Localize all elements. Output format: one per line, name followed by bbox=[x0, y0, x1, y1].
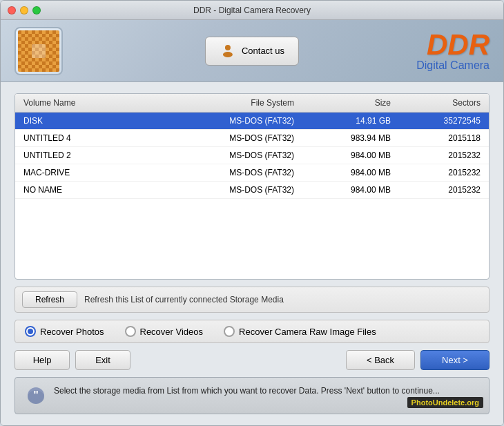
cell-sectors: 35272545 bbox=[394, 115, 483, 127]
cell-sectors: 2015232 bbox=[394, 184, 483, 196]
cell-filesystem: MS-DOS (FAT32) bbox=[145, 115, 297, 127]
app-window: DDR - Digital Camera Recovery bbox=[0, 0, 504, 426]
cell-size: 14.91 GB bbox=[297, 115, 394, 127]
info-bar: " Select the storage media from List fro… bbox=[14, 377, 490, 414]
cell-filesystem: MS-DOS (FAT32) bbox=[145, 184, 297, 196]
radio-options-row: Recover Photos Recover Videos Recover Ca… bbox=[14, 320, 490, 343]
table-body: DISK MS-DOS (FAT32) 14.91 GB 35272545 UN… bbox=[15, 113, 489, 199]
brand-subtitle: Digital Camera bbox=[416, 59, 490, 72]
cell-sectors: 2015118 bbox=[394, 132, 483, 144]
cell-sectors: 2015232 bbox=[394, 166, 483, 179]
radio-label-videos: Recover Videos bbox=[140, 327, 204, 337]
watermark: PhotoUndelete.org bbox=[407, 397, 483, 408]
radio-label-raw: Recover Camera Raw Image Files bbox=[239, 327, 376, 337]
cell-size: 984.00 MB bbox=[297, 166, 394, 179]
col-filesystem: File System bbox=[145, 97, 297, 109]
help-button[interactable]: Help bbox=[14, 350, 70, 370]
radio-option-videos[interactable]: Recover Videos bbox=[125, 326, 204, 337]
svg-rect-5 bbox=[32, 44, 46, 58]
cell-volume: DISK bbox=[21, 115, 145, 127]
refresh-row: Refresh Refresh this List of currently c… bbox=[14, 287, 490, 313]
contact-button[interactable]: Contact us bbox=[205, 37, 299, 66]
cell-volume: MAC-DRIVE bbox=[21, 166, 145, 179]
radio-circle-raw bbox=[224, 326, 235, 337]
radio-label-photos: Recover Photos bbox=[40, 327, 104, 337]
cell-filesystem: MS-DOS (FAT32) bbox=[145, 149, 297, 162]
exit-button[interactable]: Exit bbox=[75, 350, 130, 370]
table-row[interactable]: UNTITLED 4 MS-DOS (FAT32) 983.94 MB 2015… bbox=[15, 130, 489, 147]
back-button[interactable]: < Back bbox=[346, 350, 415, 370]
refresh-button[interactable]: Refresh bbox=[22, 291, 77, 308]
svg-text:": " bbox=[33, 389, 39, 401]
col-sectors: Sectors bbox=[394, 97, 483, 109]
person-icon bbox=[220, 43, 236, 59]
radio-circle-videos bbox=[125, 326, 136, 337]
cell-volume: UNTITLED 2 bbox=[21, 149, 145, 162]
logo-box bbox=[14, 27, 63, 75]
minimize-button[interactable] bbox=[20, 6, 28, 14]
cell-size: 983.94 MB bbox=[297, 132, 394, 144]
header: Contact us DDR Digital Camera bbox=[1, 20, 503, 82]
maximize-button[interactable] bbox=[32, 6, 41, 14]
cell-size: 984.00 MB bbox=[297, 184, 394, 196]
cell-size: 984.00 MB bbox=[297, 149, 394, 162]
table-header: Volume Name File System Size Sectors bbox=[15, 94, 489, 113]
cell-filesystem: MS-DOS (FAT32) bbox=[145, 166, 297, 179]
info-message: Select the storage media from List from … bbox=[54, 385, 440, 397]
brand-name: DDR bbox=[416, 30, 490, 59]
drives-table: Volume Name File System Size Sectors DIS… bbox=[14, 93, 490, 280]
info-icon: " bbox=[25, 385, 47, 407]
radio-circle-photos bbox=[25, 326, 36, 337]
svg-point-6 bbox=[225, 45, 231, 50]
cell-volume: NO NAME bbox=[21, 184, 145, 196]
table-row[interactable]: UNTITLED 2 MS-DOS (FAT32) 984.00 MB 2015… bbox=[15, 147, 489, 164]
table-row[interactable]: MAC-DRIVE MS-DOS (FAT32) 984.00 MB 20152… bbox=[15, 164, 489, 182]
cell-volume: UNTITLED 4 bbox=[21, 132, 145, 144]
main-content: Volume Name File System Size Sectors DIS… bbox=[1, 82, 503, 425]
app-logo bbox=[18, 30, 59, 72]
window-title: DDR - Digital Camera Recovery bbox=[193, 6, 311, 15]
title-bar: DDR - Digital Camera Recovery bbox=[1, 1, 503, 20]
col-size: Size bbox=[297, 97, 394, 109]
contact-label: Contact us bbox=[242, 46, 284, 56]
table-row[interactable]: NO NAME MS-DOS (FAT32) 984.00 MB 2015232 bbox=[15, 182, 489, 199]
cell-filesystem: MS-DOS (FAT32) bbox=[145, 132, 297, 144]
radio-option-photos[interactable]: Recover Photos bbox=[25, 326, 104, 337]
contact-button-wrap: Contact us bbox=[205, 37, 299, 66]
col-volume: Volume Name bbox=[21, 97, 145, 109]
svg-point-7 bbox=[223, 52, 233, 57]
refresh-description: Refresh this List of currently connected… bbox=[84, 295, 284, 304]
traffic-lights bbox=[8, 6, 41, 14]
cell-sectors: 2015232 bbox=[394, 149, 483, 162]
next-button[interactable]: Next > bbox=[420, 350, 490, 370]
radio-option-raw[interactable]: Recover Camera Raw Image Files bbox=[224, 326, 376, 337]
close-button[interactable] bbox=[8, 6, 16, 14]
button-row: Help Exit < Back Next > bbox=[14, 350, 490, 370]
brand: DDR Digital Camera bbox=[416, 30, 490, 72]
table-row[interactable]: DISK MS-DOS (FAT32) 14.91 GB 35272545 bbox=[15, 113, 489, 130]
